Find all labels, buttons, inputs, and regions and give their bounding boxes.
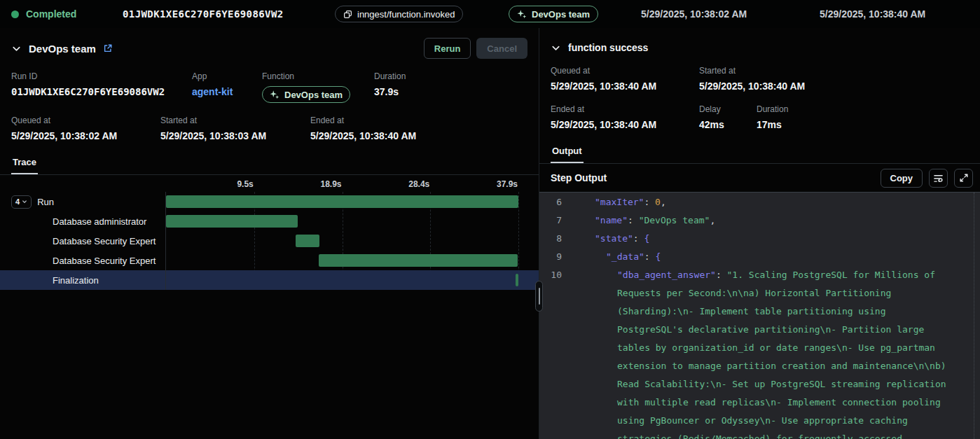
run-header: DevOps team Rerun Cancel [0, 28, 539, 59]
code-token-str: "DevOps team" [639, 215, 710, 225]
code-token-p: : [716, 270, 727, 280]
field-label: Queued at [551, 66, 699, 76]
code-viewer[interactable]: 6"maxIter": 0,7"name": "DevOps team",8"s… [539, 192, 980, 439]
trace-row-label-cell: Finalization [0, 270, 166, 290]
expand-button[interactable] [954, 169, 973, 188]
step-output-title: Step Output [551, 172, 881, 183]
chevron-down-icon [22, 199, 27, 204]
trace-axis-ticks: 9.5s18.9s28.4s37.9s [166, 176, 518, 192]
status-dot-icon [11, 11, 19, 18]
field-queued-at: Queued at 5/29/2025, 10:38:02 AM [11, 116, 160, 141]
step-fields-row-2: Ended at 5/29/2025, 10:38:40 AM Delay 42… [539, 104, 980, 130]
field-label: Run ID [11, 71, 192, 81]
axis-tick-label: 28.4s [408, 179, 430, 189]
code-token-key: "dba_agent_answer" [617, 270, 716, 280]
code-line: 9"_data": { [539, 248, 980, 266]
chevron-down-icon[interactable] [11, 43, 22, 54]
line-number: 6 [539, 193, 572, 211]
trace-row[interactable]: Database Security Expert [0, 251, 539, 270]
trace-row-label: Database Security Expert [53, 236, 156, 246]
axis-tick-label: 18.9s [320, 179, 342, 189]
line-number: 10 [539, 266, 572, 439]
trace-row-track [166, 192, 518, 211]
code-token-key: "_data" [606, 251, 644, 262]
run-details-panel: DevOps team Rerun Cancel Run ID 01JWDK1X… [0, 28, 539, 439]
step-tabs: Output [539, 141, 980, 164]
code-content: "maxIter": 0, [572, 193, 980, 211]
function-badge-topbar[interactable]: DevOps team [509, 6, 598, 22]
main-split: DevOps team Rerun Cancel Run ID 01JWDK1X… [0, 28, 980, 439]
field-value: 5/29/2025, 10:38:40 AM [310, 130, 416, 141]
panel-resize-handle[interactable] [535, 281, 543, 312]
trace-row-label: Run [37, 197, 54, 207]
word-wrap-button[interactable] [929, 169, 948, 188]
code-token-str: "1. Scaling PostgreSQL for Millions of R… [617, 270, 951, 439]
tab-trace[interactable]: Trace [11, 153, 38, 174]
code-lines: 6"maxIter": 0,7"name": "DevOps team",8"s… [539, 193, 980, 439]
tab-output[interactable]: Output [551, 141, 584, 163]
field-ended-at: Ended at 5/29/2025, 10:38:40 AM [551, 104, 699, 130]
code-token-num: 0 [655, 197, 661, 207]
code-content: "_data": { [572, 248, 980, 266]
field-label: Started at [699, 66, 805, 76]
trace-row[interactable]: Database administrator [0, 211, 539, 231]
trace-span-bar[interactable] [516, 274, 518, 286]
trace-waterfall: 9.5s18.9s28.4s37.9s 4RunDatabase adminis… [0, 176, 539, 290]
trace-span-bar[interactable] [166, 195, 518, 208]
trace-row[interactable]: Database Security Expert [0, 231, 539, 251]
code-content: "dba_agent_answer": "1. Scaling PostgreS… [572, 266, 980, 439]
line-number: 7 [539, 211, 572, 230]
trace-row-label-cell: Database administrator [0, 211, 166, 231]
field-value: 37.9s [374, 86, 406, 97]
function-badge[interactable]: DevOps team [262, 86, 350, 103]
code-token-p: : [644, 251, 656, 262]
app-link[interactable]: agent-kit [192, 86, 262, 97]
code-token-p: : [633, 233, 644, 244]
field-value: 5/29/2025, 10:38:40 AM [699, 81, 805, 92]
axis-tick-label: 37.9s [497, 179, 518, 189]
cancel-button[interactable]: Cancel [476, 38, 527, 59]
field-function: Function DevOps team [262, 71, 374, 103]
field-label: Duration [374, 71, 406, 81]
field-label: Ended at [551, 104, 699, 114]
external-link-icon[interactable] [103, 43, 113, 53]
topbar-run-id: 01JWDK1XE6C270F6YE69086VW2 [123, 8, 284, 20]
trace-span-bar[interactable] [296, 235, 320, 247]
line-number: 9 [539, 248, 572, 266]
code-line: 8"state": { [539, 230, 980, 248]
trace-row-label-cell: Database Security Expert [0, 251, 166, 270]
trace-span-bar[interactable] [166, 215, 298, 228]
run-tabs: Trace [0, 153, 539, 175]
code-token-p: : [644, 197, 655, 207]
step-count-dropdown[interactable]: 4 [11, 195, 32, 209]
field-app: App agent-kit [192, 71, 262, 103]
field-started-at: Started at 5/29/2025, 10:38:40 AM [699, 66, 805, 92]
field-delay: Delay 42ms [699, 104, 757, 130]
field-duration: Duration 17ms [757, 104, 788, 130]
field-duration: Duration 37.9s [374, 71, 406, 103]
code-line: 10"dba_agent_answer": "1. Scaling Postgr… [539, 266, 980, 439]
code-token-p: : [628, 215, 639, 225]
step-title: function success [568, 42, 648, 53]
field-started-at: Started at 5/29/2025, 10:38:03 AM [160, 116, 310, 141]
event-icon [343, 10, 352, 19]
trace-span-bar[interactable] [319, 254, 518, 267]
run-title: DevOps team [29, 43, 96, 55]
trace-row-track [166, 211, 518, 231]
code-token-p: , [710, 215, 715, 225]
event-badge[interactable]: inngest/function.invoked [335, 6, 463, 22]
chevron-down-icon[interactable] [551, 43, 561, 53]
trace-row-track [166, 251, 518, 270]
field-value: 5/29/2025, 10:38:03 AM [160, 130, 310, 141]
copy-button[interactable]: Copy [881, 169, 923, 188]
trace-row[interactable]: 4Run [0, 192, 539, 211]
topbar-end-time: 5/29/2025, 10:38:40 AM [820, 8, 925, 20]
field-ended-at: Ended at 5/29/2025, 10:38:40 AM [310, 116, 416, 141]
function-badge-label: DevOps team [532, 9, 590, 20]
rerun-button[interactable]: Rerun [424, 38, 471, 59]
trace-row-label-cell: Database Security Expert [0, 231, 166, 251]
field-label: App [192, 71, 262, 81]
function-badge-label: DevOps team [284, 90, 343, 100]
trace-row[interactable]: Finalization [0, 270, 539, 290]
trace-row-track [166, 270, 518, 290]
